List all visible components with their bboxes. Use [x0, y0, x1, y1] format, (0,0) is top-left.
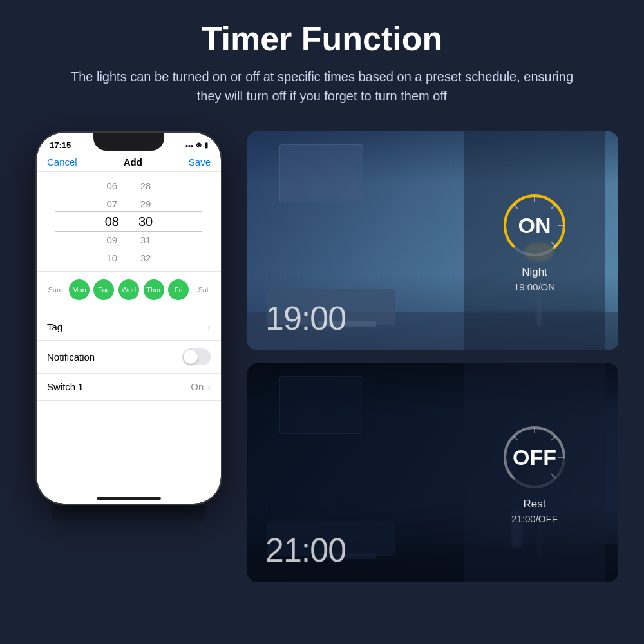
signal-icon: ▪▪▪	[185, 142, 193, 149]
hour-06: 06	[107, 177, 118, 194]
tag-chevron: ›	[207, 322, 211, 332]
off-dial: OFF	[499, 422, 570, 493]
tag-label: Tag	[47, 321, 62, 332]
page-title: Timer Function	[39, 19, 605, 58]
wifi-icon: ⊛	[196, 141, 202, 149]
cancel-button[interactable]: Cancel	[47, 156, 77, 167]
day-thur[interactable]: Thur	[144, 279, 164, 300]
switch1-right: On ›	[191, 381, 211, 392]
hour-07: 07	[107, 195, 118, 212]
min-31: 31	[140, 231, 151, 248]
on-label: Night	[522, 266, 547, 279]
switch1-label: Switch 1	[47, 381, 84, 392]
home-bar	[97, 497, 161, 500]
picker-highlight	[55, 211, 203, 232]
on-dial: ON	[499, 190, 570, 261]
settings-list: Tag › Notification Switch 1	[37, 308, 221, 406]
off-schedule: 21:00/OFF	[511, 513, 558, 524]
day-tue[interactable]: Tue	[93, 279, 114, 300]
svg-line-11	[551, 436, 555, 440]
off-panel-right: OFF Rest 21:00/OFF	[464, 363, 605, 582]
panels-container: 19:00	[247, 131, 618, 582]
on-time-label: 19:00	[265, 299, 346, 337]
off-panel-overlay: 21:00	[247, 363, 618, 582]
toggle-knob	[184, 350, 198, 364]
notification-label: Notification	[47, 352, 95, 363]
notification-toggle[interactable]	[182, 348, 211, 365]
on-schedule: 19:00/ON	[514, 281, 555, 292]
min-28: 28	[140, 177, 151, 194]
switch1-value: On	[191, 381, 204, 392]
on-panel: 19:00	[247, 131, 618, 350]
svg-line-13	[551, 474, 555, 478]
status-icons: ▪▪▪ ⊛ ▮	[185, 141, 208, 149]
day-sat[interactable]: Sat	[193, 279, 214, 300]
notification-setting[interactable]: Notification	[37, 341, 221, 374]
day-mon[interactable]: Mon	[69, 279, 90, 300]
time-picker[interactable]: 06 07 08 09 10 28 29 30 31 32	[37, 172, 221, 272]
on-dial-status: ON	[518, 213, 551, 238]
svg-line-9	[513, 436, 517, 440]
phone-reflection	[52, 506, 206, 526]
status-time: 17:15	[50, 140, 71, 150]
days-row: Sun Mon Tue Wed Thur Fri Sat	[37, 272, 221, 308]
add-label: Add	[124, 156, 142, 167]
phone-notch	[93, 133, 164, 151]
on-panel-overlay: 19:00	[247, 131, 618, 350]
switch1-setting[interactable]: Switch 1 On ›	[37, 374, 221, 401]
off-label: Rest	[524, 498, 546, 511]
phone-mockup: 17:15 ▪▪▪ ⊛ ▮ Cancel Add Save	[35, 131, 222, 505]
phone-container: 17:15 ▪▪▪ ⊛ ▮ Cancel Add Save	[26, 131, 232, 582]
off-dial-status: OFF	[513, 444, 556, 469]
off-panel: 21:00	[247, 363, 618, 582]
hour-10: 10	[107, 249, 118, 266]
svg-line-6	[551, 242, 555, 246]
phone-screen: 17:15 ▪▪▪ ⊛ ▮ Cancel Add Save	[37, 133, 221, 504]
off-time-label: 21:00	[265, 531, 346, 569]
subtitle-text: The lights can be turned on or off at sp…	[58, 67, 586, 106]
hour-09: 09	[107, 231, 118, 248]
content-area: 17:15 ▪▪▪ ⊛ ▮ Cancel Add Save	[0, 118, 644, 595]
tag-setting[interactable]: Tag ›	[37, 314, 221, 341]
tag-right: ›	[207, 322, 211, 332]
switch1-chevron: ›	[207, 382, 211, 392]
battery-icon: ▮	[204, 141, 208, 149]
save-button[interactable]: Save	[189, 156, 211, 167]
day-fri[interactable]: Fri	[168, 279, 189, 300]
min-32: 32	[140, 249, 151, 266]
day-wed[interactable]: Wed	[118, 279, 139, 300]
svg-line-4	[551, 204, 555, 208]
min-29: 29	[140, 195, 151, 212]
svg-line-2	[513, 204, 517, 208]
header: Timer Function The lights can be turned …	[0, 0, 644, 118]
main-container: Timer Function The lights can be turned …	[0, 0, 644, 595]
day-sun[interactable]: Sun	[44, 279, 64, 300]
phone-nav: Cancel Add Save	[37, 153, 221, 172]
on-panel-right: ON Night 19:00/ON	[464, 131, 605, 350]
